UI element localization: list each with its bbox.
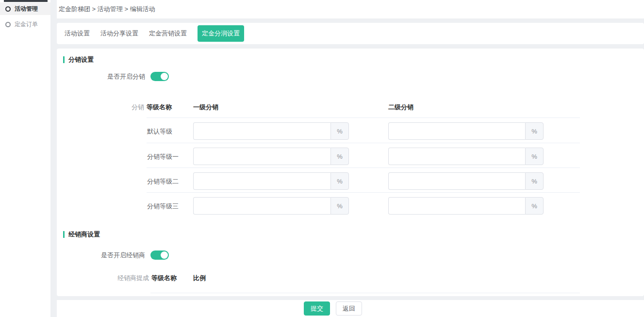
column-header-level2: 二级分销 (388, 103, 413, 112)
distribution-toggle-label: 是否开启分销 (57, 72, 145, 81)
switch-knob (161, 73, 168, 80)
sidebar-item-label: 活动管理 (15, 5, 38, 13)
level2-percent-input[interactable] (388, 148, 525, 165)
percent-suffix: % (330, 148, 349, 165)
percent-suffix: % (525, 148, 544, 165)
section-title-distribution: 分销设置 (63, 55, 94, 64)
tab-deposit-marketing-settings[interactable]: 定金营销设置 (149, 29, 187, 38)
level2-percent-input[interactable] (388, 197, 525, 215)
sidebar-item-deposit-orders[interactable]: 定金订单 (0, 18, 50, 31)
percent-suffix: % (525, 197, 544, 215)
column-header-level-name: 等级名称 (147, 103, 172, 112)
tab-activity-share-settings[interactable]: 活动分享设置 (100, 29, 138, 38)
dealer-toggle-row: 是否开启经销商 (57, 250, 169, 260)
percent-suffix: % (525, 172, 544, 190)
section-title-dealer: 经销商设置 (63, 230, 100, 239)
percent-suffix: % (330, 172, 349, 190)
dealer-toggle-label: 是否开启经销商 (57, 251, 145, 260)
table-row: 默认等级 % % (147, 117, 580, 143)
table-row: 分销等级一 % % (147, 143, 580, 168)
sidebar-top-divider (4, 0, 48, 2)
tab-deposit-profit-settings[interactable]: 定金分润设置 (198, 25, 244, 42)
back-button[interactable]: 返回 (336, 301, 362, 316)
column-header-level-name: 等级名称 (151, 274, 177, 283)
sidebar-item-activity-management[interactable]: 活动管理 (0, 2, 50, 15)
column-header-ratio: 比例 (193, 274, 206, 283)
distribution-table-label: 分销 (96, 103, 144, 112)
level1-percent-input[interactable] (193, 172, 330, 190)
section-accent-bar (63, 231, 65, 238)
percent-suffix: % (330, 122, 349, 140)
row-level-name: 分销等级三 (147, 202, 179, 211)
sidebar-item-label: 定金订单 (15, 20, 38, 29)
distribution-toggle-switch[interactable] (150, 72, 169, 81)
footer-bar: 提交 返回 (57, 300, 644, 317)
level2-percent-input[interactable] (388, 172, 525, 190)
dealer-table-label: 经销商提成 (86, 274, 149, 283)
footer-buttons: 提交 返回 (304, 301, 362, 316)
level1-percent-input[interactable] (193, 122, 330, 140)
percent-suffix: % (525, 122, 544, 140)
row-level-name: 默认等级 (147, 127, 172, 136)
percent-suffix: % (330, 197, 349, 215)
tab-activity-settings[interactable]: 活动设置 (65, 29, 90, 38)
row-level-name: 分销等级一 (147, 152, 179, 161)
circle-icon (5, 6, 11, 12)
section-accent-bar (63, 56, 65, 63)
distribution-toggle-row: 是否开启分销 (57, 72, 169, 81)
section-title-text: 分销设置 (68, 55, 94, 64)
table-row: 分销等级二 % % (147, 167, 580, 193)
tabs-bar: 活动设置 活动分享设置 定金营销设置 定金分润设置 (57, 23, 644, 44)
sidebar: 活动管理 定金订单 (0, 0, 50, 317)
dealer-toggle-switch[interactable] (150, 250, 169, 260)
table-row: 分销等级三 % % (147, 192, 580, 217)
switch-knob (161, 251, 168, 259)
level1-percent-input[interactable] (193, 197, 330, 215)
level1-percent-input[interactable] (193, 148, 330, 165)
section-title-text: 经销商设置 (68, 230, 100, 239)
form-card: 分销设置 是否开启分销 分销 等级名称 一级分销 二级分销 默认等级 % % 分… (57, 49, 644, 296)
dealer-table-divider (150, 293, 580, 293)
level2-percent-input[interactable] (388, 122, 525, 140)
column-header-level1: 一级分销 (193, 103, 218, 112)
breadcrumb-bar: 定金阶梯团 > 活动管理 > 编辑活动 (57, 0, 644, 18)
row-level-name: 分销等级二 (147, 177, 179, 186)
submit-button[interactable]: 提交 (304, 301, 330, 316)
breadcrumb[interactable]: 定金阶梯团 > 活动管理 > 编辑活动 (59, 5, 155, 14)
circle-icon (5, 22, 11, 27)
